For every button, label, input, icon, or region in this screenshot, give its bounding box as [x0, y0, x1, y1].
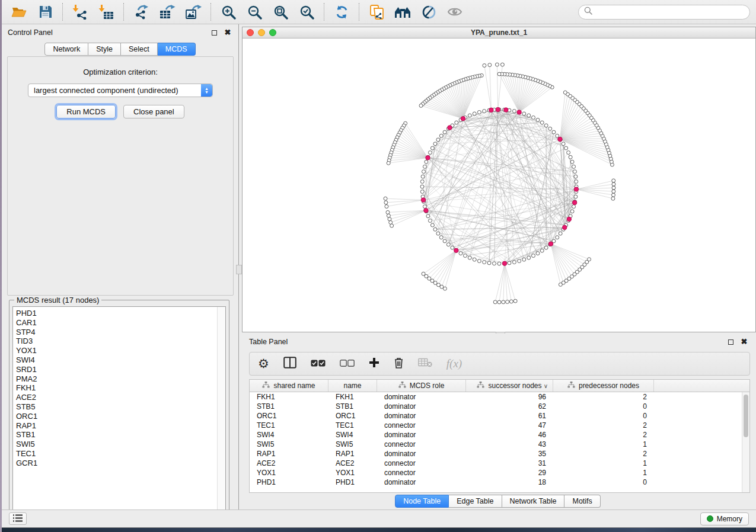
- cell-successor-nodes: 35: [466, 450, 553, 458]
- tab-network-table[interactable]: Network Table: [502, 495, 565, 508]
- memory-button[interactable]: Memory: [700, 512, 749, 525]
- network-canvas[interactable]: [243, 39, 755, 332]
- export-table-button[interactable]: [158, 3, 176, 21]
- select-all-columns-button[interactable]: [311, 358, 326, 369]
- mcds-list-scrollbar[interactable]: [217, 307, 225, 517]
- mcds-result-item[interactable]: PMA2: [16, 374, 217, 384]
- table-panel: Table Panel ✖ ⚙: [240, 334, 756, 510]
- table-row[interactable]: SWI4SWI4dominator462: [250, 430, 742, 440]
- table-row[interactable]: YOX1YOX1connector291: [250, 468, 742, 477]
- cell-predecessor-nodes: 0: [553, 478, 654, 486]
- mcds-result-item[interactable]: FKH1: [16, 383, 217, 393]
- hide-selected-button[interactable]: [420, 3, 438, 21]
- column-header-MCDS-role[interactable]: MCDS role: [377, 380, 466, 392]
- mcds-result-item[interactable]: STB5: [16, 402, 217, 412]
- search-field[interactable]: [578, 5, 750, 20]
- table-row[interactable]: PHD1PHD1dominator180: [250, 477, 742, 487]
- float-panel-button[interactable]: [209, 28, 219, 37]
- mcds-result-item[interactable]: SWI5: [16, 440, 217, 449]
- mcds-result-item[interactable]: STB1: [16, 430, 217, 440]
- mcds-result-item[interactable]: SWI4: [16, 355, 217, 365]
- hide-selected-icon: [422, 5, 436, 20]
- scrollbar-thumb[interactable]: [744, 395, 748, 437]
- cell-MCDS-role: dominator: [377, 393, 466, 401]
- export-network-icon: [133, 4, 149, 20]
- tab-network[interactable]: Network: [44, 43, 88, 56]
- shared-column-icon: [262, 382, 270, 390]
- tab-mcds[interactable]: MCDS: [158, 43, 196, 56]
- zoom-fit-button[interactable]: [272, 3, 289, 21]
- window-minimize-icon[interactable]: [258, 29, 265, 36]
- table-row[interactable]: ACE2ACE2connector311: [250, 459, 742, 468]
- float-table-panel-button[interactable]: [726, 338, 735, 346]
- table-scrollbar[interactable]: [742, 392, 749, 492]
- table-row[interactable]: TEC1TEC1connector472: [250, 421, 742, 430]
- zoom-in-button[interactable]: [219, 3, 237, 21]
- tab-style[interactable]: Style: [88, 43, 121, 56]
- search-icon: [584, 7, 592, 17]
- mcds-result-item[interactable]: CAR1: [16, 318, 217, 328]
- cell-successor-nodes: 43: [466, 440, 553, 448]
- mcds-result-item[interactable]: GCR1: [16, 459, 217, 468]
- tab-select[interactable]: Select: [121, 43, 158, 56]
- vertical-splitter-grip[interactable]: [236, 265, 242, 274]
- window-close-icon[interactable]: [247, 29, 254, 36]
- mcds-result-item[interactable]: ACE2: [16, 393, 217, 402]
- mcds-result-item[interactable]: STP4: [16, 328, 217, 337]
- window-zoom-icon[interactable]: [269, 29, 276, 36]
- mcds-result-item[interactable]: TID3: [16, 336, 217, 346]
- network-window-titlebar[interactable]: YPA_prune.txt_1: [243, 27, 755, 39]
- close-panel-button[interactable]: ✖: [223, 28, 232, 37]
- close-table-panel-button[interactable]: ✖: [739, 338, 749, 346]
- binoculars-icon-button[interactable]: [394, 3, 412, 21]
- network-graph[interactable]: [243, 39, 755, 332]
- mcds-result-item[interactable]: RAP1: [16, 421, 217, 431]
- eye-button[interactable]: [446, 3, 464, 21]
- mcds-result-item[interactable]: ORC1: [16, 412, 217, 421]
- table-row[interactable]: RAP1RAP1dominator352: [250, 449, 742, 459]
- export-network-button[interactable]: [132, 3, 150, 21]
- column-header-shared-name[interactable]: shared name: [250, 380, 328, 392]
- mcds-result-item[interactable]: TEC1: [16, 449, 217, 459]
- column-header-name[interactable]: name: [328, 380, 377, 392]
- cell-name: STB1: [328, 402, 377, 411]
- column-header-successor-nodes[interactable]: successor nodes∨: [466, 380, 553, 392]
- export-image-button[interactable]: [184, 3, 202, 21]
- column-header-predecessor-nodes[interactable]: predecessor nodes: [553, 380, 654, 392]
- table-row[interactable]: STB1STB1dominator620: [250, 402, 742, 411]
- mcds-result-list[interactable]: PHD1CAR1STP4TID3YOX1SWI4SRD1PMA2FKH1ACE2…: [12, 306, 226, 517]
- import-network-button[interactable]: [71, 3, 89, 21]
- tab-node-table[interactable]: Node Table: [395, 495, 449, 508]
- import-table-button[interactable]: [97, 3, 115, 21]
- close-panel-action-button[interactable]: Close panel: [123, 105, 184, 118]
- table-row[interactable]: SWI5SWI5connector431: [250, 440, 742, 449]
- mcds-result-item[interactable]: SRD1: [16, 365, 217, 374]
- export-image-icon: [185, 4, 202, 20]
- open-session-button[interactable]: [10, 3, 28, 21]
- mcds-result-item[interactable]: YOX1: [16, 346, 217, 355]
- cell-predecessor-nodes: 0: [553, 412, 654, 420]
- shared-column-icon: [477, 382, 484, 390]
- show-columns-button[interactable]: [283, 357, 296, 371]
- delete-column-button[interactable]: [394, 357, 404, 371]
- cell-MCDS-role: connector: [377, 421, 466, 430]
- run-mcds-button[interactable]: Run MCDS: [56, 105, 116, 118]
- zoom-out-button[interactable]: [245, 3, 263, 21]
- optimization-criterion-select[interactable]: largest connected component (undirected)…: [28, 84, 213, 97]
- create-column-button[interactable]: [369, 357, 379, 370]
- table-row[interactable]: ORC1ORC1dominator610: [250, 411, 742, 421]
- tab-motifs[interactable]: Motifs: [564, 495, 600, 508]
- mcds-result-item[interactable]: PHD1: [16, 309, 217, 318]
- save-session-button[interactable]: [36, 3, 54, 21]
- cell-name: SWI4: [328, 431, 377, 439]
- search-input[interactable]: [596, 8, 744, 16]
- deselect-all-columns-button[interactable]: [340, 358, 355, 369]
- refresh-button[interactable]: [333, 3, 350, 21]
- table-row[interactable]: FKH1FKH1dominator962: [250, 392, 742, 402]
- show-panels-menu-button[interactable]: [9, 512, 27, 525]
- zoom-selected-button[interactable]: [298, 3, 315, 21]
- clone-network-button[interactable]: [368, 3, 385, 21]
- table-options-button[interactable]: ⚙: [258, 358, 269, 370]
- tab-edge-table[interactable]: Edge Table: [449, 495, 502, 508]
- optimization-criterion-value: largest connected component (undirected): [28, 86, 201, 95]
